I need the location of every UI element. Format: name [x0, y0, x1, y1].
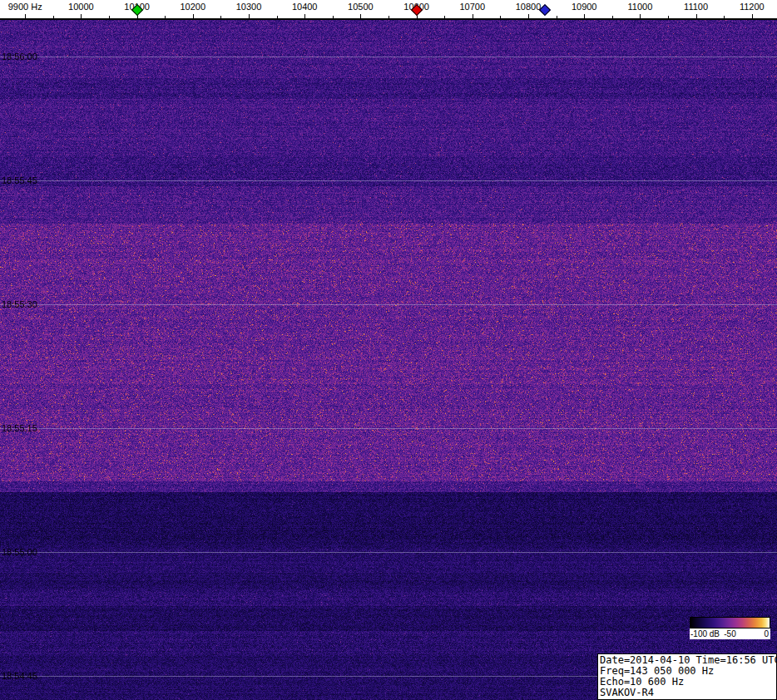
ruler-major-tick — [473, 14, 473, 18]
ruler-minor-tick — [444, 16, 445, 18]
ruler-major-tick — [249, 14, 250, 18]
ruler-major-tick — [584, 14, 585, 18]
frequency-ruler[interactable]: 9900 Hz100001010010200103001040010500106… — [0, 0, 777, 20]
ruler-major-tick — [193, 14, 194, 18]
waterfall-display[interactable] — [0, 20, 777, 700]
ruler-major-tick — [696, 14, 697, 18]
legend-min-label: -100 dB — [690, 629, 720, 638]
ruler-minor-tick — [53, 16, 54, 18]
ruler-frequency-label: 10200 — [181, 2, 206, 12]
color-scale-gradient — [690, 617, 770, 629]
ruler-frequency-label: 10800 — [516, 2, 542, 12]
ruler-frequency-label: 10000 — [68, 2, 94, 12]
ruler-major-tick — [81, 14, 82, 18]
ruler-frequency-label: 10900 — [572, 2, 597, 12]
ruler-major-tick — [25, 14, 26, 18]
ruler-minor-tick — [557, 16, 557, 18]
ruler-major-tick — [360, 14, 361, 18]
ruler-minor-tick — [109, 16, 110, 18]
ruler-minor-tick — [500, 16, 501, 18]
ruler-frequency-label: 10400 — [292, 2, 318, 12]
ruler-minor-tick — [333, 16, 334, 18]
ruler-major-tick — [304, 14, 305, 18]
legend-max-label: 0 — [764, 629, 769, 638]
ruler-frequency-label: 11000 — [628, 2, 653, 12]
ruler-minor-tick — [724, 16, 725, 18]
ruler-frequency-label: 11200 — [740, 2, 765, 12]
waterfall-area: -100 dB -50 0 Date=2014-04-10 Time=16:56… — [0, 20, 777, 700]
ruler-major-tick — [752, 14, 753, 18]
legend-mid-label: -50 — [724, 629, 735, 638]
status-info-box: Date=2014-04-10 Time=16:56 UTC Freq=143 … — [597, 653, 777, 700]
ruler-major-tick — [640, 14, 641, 18]
ruler-frequency-label: 10700 — [460, 2, 486, 12]
ruler-minor-tick — [388, 16, 389, 18]
ruler-minor-tick — [165, 16, 166, 18]
spectrogram-window: 9900 Hz100001010010200103001040010500106… — [0, 0, 777, 700]
ruler-minor-tick — [277, 16, 278, 18]
ruler-frequency-label: 9900 Hz — [8, 2, 42, 12]
color-scale-labels: -100 dB -50 0 — [690, 629, 770, 639]
ruler-minor-tick — [612, 16, 613, 18]
ruler-minor-tick — [668, 16, 669, 18]
ruler-frequency-label: 11100 — [684, 2, 708, 12]
ruler-frequency-label: 10300 — [236, 2, 262, 12]
info-station-id: SVAKOV-R4 — [600, 688, 775, 698]
color-scale-legend: -100 dB -50 0 — [690, 617, 770, 639]
ruler-major-tick — [528, 14, 529, 18]
ruler-minor-tick — [220, 16, 221, 18]
ruler-frequency-label: 10500 — [348, 2, 374, 12]
